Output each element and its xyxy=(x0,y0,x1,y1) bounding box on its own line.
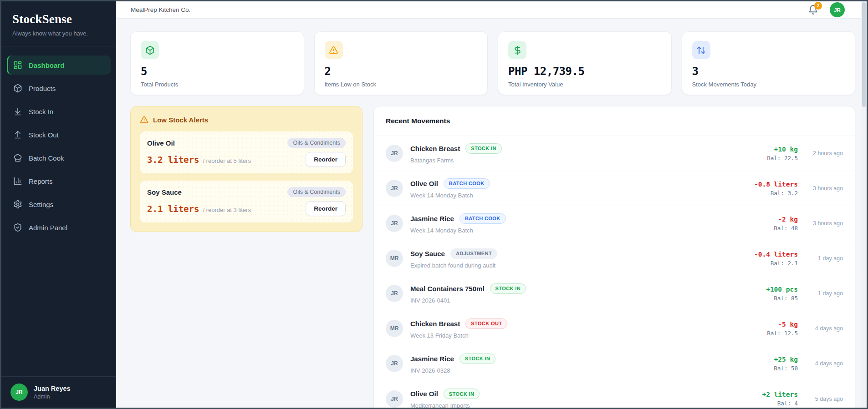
reorder-threshold: / reorder at 5 liters xyxy=(203,157,251,164)
product-name: Jasmine Rice xyxy=(410,355,454,363)
avatar: JR xyxy=(10,384,28,401)
movement-row: JR Olive Oil BATCH COOK Week 14 Monday B… xyxy=(374,171,855,206)
avatar: MR xyxy=(386,250,403,267)
stat-value: PHP 12,739.5 xyxy=(508,65,661,78)
movement-detail: Expired batch found during audit xyxy=(410,262,747,269)
panel-title: Recent Movements xyxy=(386,117,450,125)
recent-movements-panel: Recent Movements JR Chicken Breast STOCK… xyxy=(373,106,855,408)
low-stock-item: Olive Oil Oils & Condiments 3.2 liters /… xyxy=(140,131,353,173)
category-badge: Oils & Condiments xyxy=(287,138,346,148)
sidebar-item-label: Settings xyxy=(29,201,53,208)
quantity-change: -5 kg xyxy=(767,321,798,328)
reorder-button[interactable]: Reorder xyxy=(306,201,346,216)
sidebar-user[interactable]: JR Juan Reyes Admin xyxy=(1,376,116,408)
product-name: Chicken Breast xyxy=(410,320,460,328)
product-name: Olive Oil xyxy=(410,180,438,187)
sidebar-item-products[interactable]: Products xyxy=(7,79,111,98)
package-icon xyxy=(141,41,159,59)
movement-detail: INV-2026-0328 xyxy=(410,367,766,374)
product-name: Chicken Breast xyxy=(410,145,460,152)
stat-value: 3 xyxy=(692,65,845,78)
balance: Bal: 22.5 xyxy=(767,155,798,162)
movement-type-badge: BATCH COOK xyxy=(444,178,490,189)
stat-cards: 5 Total Products 2 Items Low on Stock PH… xyxy=(130,31,855,95)
sidebar-item-label: Products xyxy=(29,85,56,92)
sidebar-item-label: Batch Cook xyxy=(29,154,64,162)
quantity-change: +100 pcs xyxy=(766,286,798,293)
timestamp: 4 days ago xyxy=(806,360,843,367)
avatar: JR xyxy=(386,355,403,372)
movement-detail: Week 14 Monday Batch xyxy=(410,192,747,199)
user-name: Juan Reyes xyxy=(34,385,71,392)
stat-card-low-stock: 2 Items Low on Stock xyxy=(314,31,488,95)
product-name: Jasmine Rice xyxy=(410,215,454,222)
chef-hat-icon xyxy=(13,153,22,162)
sidebar-item-label: Stock Out xyxy=(29,131,59,139)
sidebar-item-admin-panel[interactable]: Admin Panel xyxy=(7,218,111,237)
movement-type-badge: STOCK IN xyxy=(444,389,480,399)
notifications-button[interactable]: 2 xyxy=(808,5,819,15)
stat-value: 5 xyxy=(141,65,294,78)
logo-block: StockSense Always know what you have. xyxy=(1,1,116,46)
movement-row: JR Jasmine Rice BATCH COOK Week 14 Monda… xyxy=(374,206,855,241)
timestamp: 1 day ago xyxy=(806,290,843,297)
stat-label: Total Inventory Value xyxy=(508,81,661,88)
balance: Bal: 50 xyxy=(774,365,798,372)
stat-label: Items Low on Stock xyxy=(325,81,478,88)
package-icon xyxy=(13,84,22,93)
stat-value: 2 xyxy=(325,65,478,78)
dollar-icon xyxy=(508,41,526,59)
timestamp: 3 hours ago xyxy=(806,220,843,227)
quantity-change: +2 liters xyxy=(762,391,798,398)
balance: Bal: 3.2 xyxy=(754,190,798,197)
avatar: JR xyxy=(386,285,403,302)
balance: Bal: 12.5 xyxy=(767,330,798,337)
current-quantity: 2.1 liters xyxy=(147,204,199,214)
quantity-change: +25 kg xyxy=(774,356,798,363)
stat-card-movements-today: 3 Stock Movements Today xyxy=(682,31,856,95)
sidebar-item-settings[interactable]: Settings xyxy=(7,195,111,214)
sidebar-item-reports[interactable]: Reports xyxy=(7,172,111,191)
movement-row: JR Olive Oil STOCK IN Mediterranean Impo… xyxy=(374,381,855,408)
sidebar-item-label: Reports xyxy=(29,177,53,185)
sidebar-item-label: Admin Panel xyxy=(29,224,67,232)
sidebar-item-dashboard[interactable]: Dashboard xyxy=(7,56,111,75)
low-stock-alerts-panel: Low Stock Alerts Olive Oil Oils & Condim… xyxy=(130,106,363,232)
bar-chart-icon xyxy=(13,177,22,186)
movement-row: MR Soy Sauce ADJUSTMENT Expired batch fo… xyxy=(374,241,855,276)
panel-title: Low Stock Alerts xyxy=(153,116,208,124)
quantity-change: -0.8 liters xyxy=(754,181,798,188)
product-name: Olive Oil xyxy=(410,390,438,398)
movement-row: JR Chicken Breast STOCK IN Batangas Farm… xyxy=(374,136,855,171)
avatar: JR xyxy=(386,215,403,232)
app-tagline: Always know what you have. xyxy=(12,30,105,37)
user-role: Admin xyxy=(34,394,71,400)
stat-card-total-products: 5 Total Products xyxy=(130,31,304,95)
movement-type-badge: STOCK OUT xyxy=(465,318,507,329)
gear-icon xyxy=(13,200,22,209)
sidebar: StockSense Always know what you have. Da… xyxy=(1,1,116,408)
scrollbar[interactable] xyxy=(861,1,867,408)
timestamp: 5 days ago xyxy=(806,396,843,402)
movement-detail: Batangas Farms xyxy=(410,157,760,164)
sidebar-item-stock-in[interactable]: Stock In xyxy=(7,102,111,121)
balance: Bal: 4 xyxy=(762,400,798,407)
avatar[interactable]: JR xyxy=(830,2,845,17)
sidebar-item-label: Stock In xyxy=(29,108,53,116)
sidebar-item-stock-out[interactable]: Stock Out xyxy=(7,125,111,144)
quantity-change: -0.4 liters xyxy=(754,251,798,258)
movement-type-badge: STOCK IN xyxy=(465,143,502,154)
stat-card-inventory-value: PHP 12,739.5 Total Inventory Value xyxy=(498,31,672,95)
product-name: Soy Sauce xyxy=(147,188,182,196)
avatar: JR xyxy=(386,390,403,408)
movement-row: JR Jasmine Rice STOCK IN INV-2026-0328 +… xyxy=(374,346,855,381)
dashboard-icon xyxy=(13,61,22,70)
movement-type-badge: ADJUSTMENT xyxy=(450,248,497,259)
sidebar-item-batch-cook[interactable]: Batch Cook xyxy=(7,148,111,167)
reorder-button[interactable]: Reorder xyxy=(306,152,346,167)
warning-triangle-icon xyxy=(140,116,148,124)
topbar: MealPrep Kitchen Co. 2 JR xyxy=(116,1,867,19)
balance: Bal: 85 xyxy=(766,295,798,302)
notification-badge: 2 xyxy=(814,2,822,10)
scrollbar-thumb[interactable] xyxy=(862,2,866,107)
